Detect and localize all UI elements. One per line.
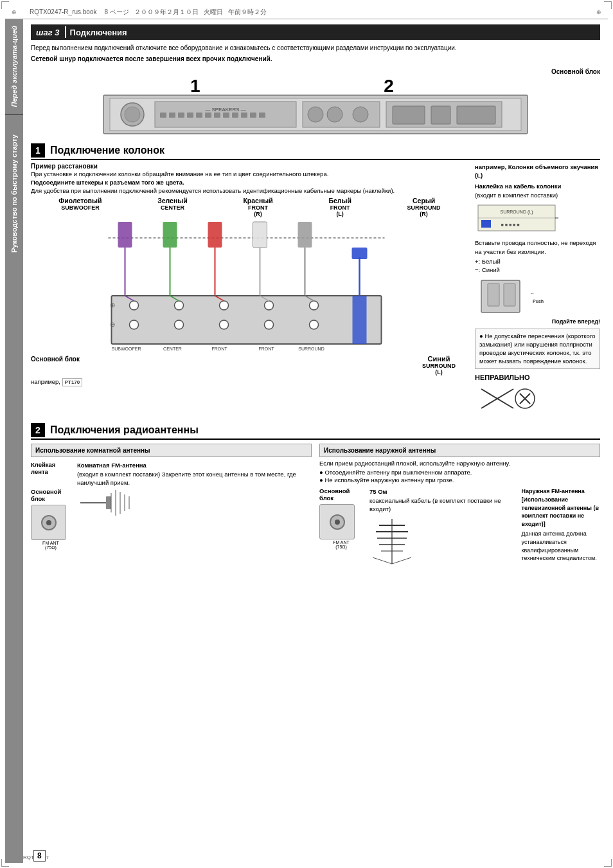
ext-ant-note: Данная антенна должна устанавливаться кв… xyxy=(522,530,601,562)
svg-text:FRONT: FRONT xyxy=(211,347,227,351)
speaker-green-type: CENTER xyxy=(157,204,188,211)
header-date: ２００９年２月１０日 xyxy=(134,8,199,17)
svg-point-42 xyxy=(265,301,274,310)
ext-ant-label: Наружная FM-антенна [Использование телев… xyxy=(522,487,601,528)
antenna-label: Комнатная FM-антенна xyxy=(77,461,312,469)
section1-title: Подключение колонок xyxy=(50,145,164,156)
svg-rect-17 xyxy=(259,113,265,118)
svg-rect-7 xyxy=(169,113,175,118)
svg-text:■ ■ ■ ■ ■: ■ ■ ■ ■ ■ xyxy=(501,222,520,227)
terminal-svg: ← Push xyxy=(475,277,558,316)
svg-rect-12 xyxy=(214,113,220,118)
sidebar-top-text: Перед эксплуата-цией xyxy=(10,26,18,107)
section2-title: Подключения радиоантенны xyxy=(50,424,199,436)
speaker-violet-color: Фиолетовый xyxy=(58,197,102,204)
svg-text:SUBWOOFER: SUBWOOFER xyxy=(112,347,141,351)
speaker-gray-type: SURROUND(R) xyxy=(407,204,441,217)
indoor-right-info: Комнатная FM-антенна (входит в комплект … xyxy=(77,461,312,521)
indoor-box-label: Использование комнатной антенны xyxy=(31,444,312,457)
sticker-svg: SURROUND (L) ■ ■ ■ ■ ■ xyxy=(475,202,558,234)
section2-header: 2 Подключения радиоантенны xyxy=(31,423,600,440)
fm-label-right: FM ANT(75Ω) xyxy=(319,540,363,549)
intro-line1: Перед выполнением подключений отключите … xyxy=(31,44,600,53)
coax-label: коаксиальный кабель (в комплект поставки… xyxy=(369,496,515,514)
svg-rect-37 xyxy=(112,296,382,344)
svg-text:Push: Push xyxy=(533,299,544,303)
main-unit-label: Основной блок xyxy=(551,68,600,75)
device-diagram: 1 2 — SPEAKERS — xyxy=(31,79,600,138)
svg-point-40 xyxy=(175,301,184,310)
svg-rect-23 xyxy=(393,106,425,124)
example-label: Пример расстановки xyxy=(31,163,468,170)
ext-ant-info: Наружная FM-антенна [Использование телев… xyxy=(522,487,601,562)
device-svg: — SPEAKERS — xyxy=(31,79,600,137)
speaker-white-color: Белый xyxy=(328,197,351,204)
outdoor-bullet1: ● Отсоединяйте антенну при выключенном а… xyxy=(319,469,600,476)
svg-point-49 xyxy=(310,320,319,329)
outdoor-box-label: Использование наружной антенны xyxy=(319,444,600,457)
speaker-red-color: Красный xyxy=(243,197,272,204)
step-badge-1: 1 xyxy=(190,76,200,96)
svg-rect-16 xyxy=(250,113,256,118)
speaker-green-color: Зеленый xyxy=(157,197,188,204)
header-page: 8 ページ xyxy=(105,8,129,17)
svg-rect-8 xyxy=(178,113,184,118)
sidebar-divider xyxy=(5,114,23,115)
sticker-note: (входит в комплект поставки) xyxy=(475,191,600,199)
indoor-left-labels: Клейкая лента Основной блок FM ANT(75Ω) xyxy=(31,461,71,550)
svg-point-47 xyxy=(220,320,229,329)
svg-point-21 xyxy=(353,107,368,122)
example-model: например, PT170 xyxy=(31,378,468,385)
svg-text:SURROUND (L): SURROUND (L) xyxy=(501,210,533,215)
svg-rect-25 xyxy=(457,106,495,124)
section2-columns: Использование комнатной антенны Клейкая … xyxy=(31,444,600,569)
svg-rect-33 xyxy=(253,222,267,248)
section1-content: Пример расстановки При установке и подкл… xyxy=(31,163,600,417)
outdoor-antenna-layout: Основной блок FM ANT(75Ω) 75 Ом коаксиал… xyxy=(319,487,600,569)
svg-rect-31 xyxy=(208,222,222,248)
speaker-violet-type: SUBWOOFER xyxy=(58,204,102,211)
svg-rect-6 xyxy=(160,113,166,118)
svg-text:CENTER: CENTER xyxy=(163,347,182,351)
incorrect-label: НЕПРАВИЛЬНО xyxy=(475,373,600,383)
desc1: При установке и подключении колонки обра… xyxy=(31,170,468,177)
svg-rect-71 xyxy=(488,284,499,306)
sidebar-bottom-text: Руководство по быстрому старту xyxy=(10,134,18,253)
svg-rect-24 xyxy=(431,106,450,124)
push-note: Подайте вперед! xyxy=(475,318,600,326)
speaker-white: Белый FRONT(L) xyxy=(328,197,351,217)
speaker-red: Красный FRONT(R) xyxy=(243,197,272,217)
svg-text:SURROUND: SURROUND xyxy=(298,347,324,351)
speaker-color-labels: Фиолетовый SUBWOOFER Зеленый CENTER Крас… xyxy=(31,197,468,217)
page-number: 8 xyxy=(33,850,46,862)
svg-point-43 xyxy=(310,301,319,310)
top-header: ⊕ RQTX0247-R_rus.book 8 ページ ２００９年２月１０日 火… xyxy=(5,5,608,19)
wiring-area: Пример расстановки При установке и подкл… xyxy=(31,163,468,417)
desc2: Подсоедините штекеры к разъемам того же … xyxy=(31,179,468,186)
fm-ant-socket xyxy=(31,505,66,540)
svg-rect-11 xyxy=(205,113,211,118)
svg-point-46 xyxy=(175,320,184,329)
speaker-gray-color: Серый xyxy=(407,197,441,204)
speaker-green: Зеленый CENTER xyxy=(157,197,188,217)
svg-rect-35 xyxy=(298,222,312,248)
speaker-violet: Фиолетовый SUBWOOFER xyxy=(58,197,102,217)
svg-rect-9 xyxy=(187,113,193,118)
outdoor-antenna-svg xyxy=(369,516,414,567)
minus-note: −: Синий xyxy=(475,266,600,274)
outdoor-right-info: 75 Ом коаксиальный кабель (в комплект по… xyxy=(369,487,515,569)
header-day: 火曜日 xyxy=(204,8,223,17)
header-text: RQTX0247-R_rus.book xyxy=(30,8,97,15)
plus-note: +: Белый xyxy=(475,257,600,266)
section2: 2 Подключения радиоантенны Использование… xyxy=(31,423,600,569)
speaker-gray: Серый SURROUND(R) xyxy=(407,197,441,217)
desc3: Для удобства при выполнении подключений … xyxy=(31,187,468,194)
svg-point-19 xyxy=(308,107,323,122)
svg-text:FRONT: FRONT xyxy=(258,347,274,351)
step-title: Подключения xyxy=(70,28,127,37)
section1-header: 1 Подключение колонок xyxy=(31,143,600,160)
sticker-label: Наклейка на кабель колонки xyxy=(475,182,600,190)
insert-note: Вставьте провода полностью, не переходя … xyxy=(475,239,600,256)
svg-rect-62 xyxy=(352,248,368,259)
step-badge-2: 2 xyxy=(384,76,394,96)
